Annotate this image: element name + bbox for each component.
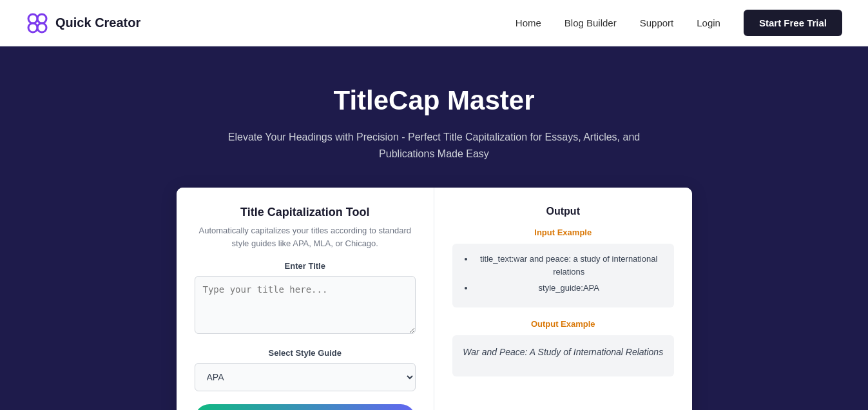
hero-title: TitleCap Master bbox=[26, 85, 842, 116]
input-example-list: title_text:war and peace: a study of int… bbox=[463, 253, 664, 295]
start-free-trial-button[interactable]: Start Free Trial bbox=[744, 10, 842, 36]
svg-point-1 bbox=[37, 14, 46, 23]
output-example-label: Output Example bbox=[452, 319, 674, 329]
logo-icon bbox=[26, 12, 49, 35]
right-panel: Output Input Example title_text:war and … bbox=[434, 188, 692, 410]
svg-point-2 bbox=[28, 23, 37, 32]
logo-text: Quick Creator bbox=[55, 15, 140, 30]
navbar: Quick Creator Home Blog Builder Support … bbox=[0, 0, 868, 46]
enter-title-label: Enter Title bbox=[195, 261, 416, 271]
title-input[interactable] bbox=[195, 276, 416, 334]
nav-blog-builder[interactable]: Blog Builder bbox=[564, 17, 617, 28]
logo: Quick Creator bbox=[26, 12, 140, 35]
nav-home[interactable]: Home bbox=[516, 17, 541, 28]
nav-login[interactable]: Login bbox=[697, 17, 720, 28]
navbar-links: Home Blog Builder Support Login Start Fr… bbox=[516, 10, 842, 36]
style-guide-select[interactable]: APA MLA Chicago AP AMA bbox=[195, 363, 416, 391]
input-example-box: title_text:war and peace: a study of int… bbox=[452, 244, 674, 308]
output-example-box: War and Peace: A Study of International … bbox=[452, 335, 674, 376]
panel-description: Automatically capitalizes your titles ac… bbox=[195, 224, 416, 249]
left-panel: Title Capitalization Tool Automatically … bbox=[177, 188, 435, 410]
svg-point-3 bbox=[37, 23, 46, 32]
input-example-label: Input Example bbox=[452, 228, 674, 237]
panel-title: Title Capitalization Tool bbox=[195, 206, 416, 219]
hero-section: TitleCap Master Elevate Your Headings wi… bbox=[0, 46, 868, 410]
generate-button[interactable]: Generate bbox=[195, 404, 416, 410]
output-example-text: War and Peace: A Study of International … bbox=[463, 347, 664, 357]
svg-point-0 bbox=[28, 14, 37, 23]
style-guide-label: Select Style Guide bbox=[195, 348, 416, 358]
nav-support[interactable]: Support bbox=[640, 17, 674, 28]
input-example-item-2: style_guide:APA bbox=[474, 282, 664, 295]
hero-subtitle: Elevate Your Headings with Precision - P… bbox=[209, 129, 660, 162]
input-example-item-1: title_text:war and peace: a study of int… bbox=[474, 253, 664, 278]
output-title: Output bbox=[452, 206, 674, 217]
tool-container: Title Capitalization Tool Automatically … bbox=[177, 188, 692, 410]
